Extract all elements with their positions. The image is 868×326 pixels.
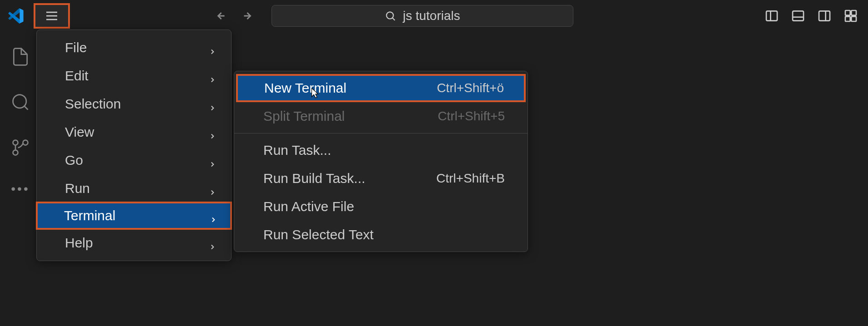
terminal-submenu: New Terminal Ctrl+Shift+ö Split Terminal…: [234, 71, 528, 252]
main-menu: File Edit Selection View Go Run Terminal…: [36, 30, 232, 261]
svg-rect-13: [845, 10, 850, 15]
chevron-right-icon: [208, 184, 217, 193]
menu-item-label: View: [65, 124, 94, 140]
submenu-item-split-terminal: Split Terminal Ctrl+Shift+5: [234, 102, 528, 130]
vscode-logo-icon: [0, 7, 32, 25]
svg-rect-11: [819, 11, 830, 20]
toggle-secondary-sidebar-icon[interactable]: [816, 8, 833, 24]
customize-layout-icon[interactable]: [843, 8, 859, 24]
submenu-item-run-task[interactable]: Run Task...: [234, 136, 528, 164]
search-text: js tutorials: [403, 9, 460, 23]
nav-forward-button[interactable]: [240, 7, 258, 25]
menu-item-run[interactable]: Run: [37, 174, 231, 203]
toggle-panel-icon[interactable]: [790, 8, 806, 24]
menu-item-label: Run: [65, 181, 90, 196]
chevron-right-icon: [208, 128, 217, 136]
titlebar: js tutorials: [0, 0, 868, 32]
svg-rect-16: [851, 16, 856, 21]
explorer-icon[interactable]: [9, 45, 32, 68]
search-icon: [385, 10, 396, 22]
chevron-right-icon: [208, 156, 217, 164]
submenu-item-label: Split Terminal: [263, 109, 345, 124]
submenu-item-label: Run Active File: [263, 199, 354, 214]
menu-item-file[interactable]: File: [37, 34, 231, 62]
submenu-item-run-active-file[interactable]: Run Active File: [234, 193, 528, 221]
activity-bar: •••: [0, 32, 41, 326]
chevron-right-icon: [209, 212, 217, 220]
submenu-shortcut: Ctrl+Shift+B: [436, 171, 505, 186]
menu-item-label: Help: [65, 235, 93, 251]
submenu-item-label: Run Build Task...: [263, 171, 365, 186]
chevron-right-icon: [208, 44, 217, 52]
svg-line-6: [393, 18, 395, 20]
menu-item-view[interactable]: View: [37, 118, 231, 146]
submenu-shortcut: Ctrl+Shift+ö: [437, 81, 504, 95]
menu-item-label: Terminal: [64, 208, 115, 223]
submenu-item-run-selected-text[interactable]: Run Selected Text: [234, 221, 528, 249]
submenu-item-label: Run Selected Text: [263, 227, 374, 242]
chevron-right-icon: [208, 100, 217, 108]
svg-line-18: [25, 106, 28, 109]
submenu-item-label: New Terminal: [264, 80, 346, 96]
source-control-icon[interactable]: [9, 136, 32, 159]
menu-item-terminal[interactable]: Terminal: [36, 202, 232, 230]
submenu-item-run-build-task[interactable]: Run Build Task... Ctrl+Shift+B: [234, 164, 528, 193]
menu-item-go[interactable]: Go: [37, 146, 231, 174]
menu-item-selection[interactable]: Selection: [37, 90, 231, 118]
svg-point-20: [13, 150, 18, 155]
search-box[interactable]: js tutorials: [271, 5, 573, 27]
submenu-separator: [234, 133, 528, 133]
submenu-item-label: Run Task...: [263, 143, 331, 158]
search-activity-icon[interactable]: [9, 91, 32, 114]
submenu-shortcut: Ctrl+Shift+5: [438, 109, 505, 123]
svg-point-17: [13, 95, 26, 108]
svg-rect-9: [793, 11, 804, 20]
hamburger-menu-button[interactable]: [34, 3, 70, 29]
svg-rect-7: [766, 11, 777, 20]
svg-rect-15: [845, 16, 850, 21]
menu-item-label: File: [65, 40, 87, 55]
menu-item-label: Go: [65, 153, 83, 168]
activity-overflow-icon[interactable]: •••: [11, 182, 30, 196]
submenu-item-new-terminal[interactable]: New Terminal Ctrl+Shift+ö: [236, 74, 526, 102]
layout-icons: [764, 8, 859, 24]
menu-item-label: Selection: [65, 96, 121, 112]
menu-item-help[interactable]: Help: [37, 229, 231, 257]
chevron-right-icon: [208, 239, 217, 247]
chevron-right-icon: [208, 72, 217, 80]
svg-rect-14: [851, 10, 856, 15]
svg-point-21: [13, 140, 18, 145]
toggle-primary-sidebar-icon[interactable]: [764, 8, 780, 24]
svg-point-19: [23, 140, 28, 145]
menu-item-label: Edit: [65, 68, 89, 84]
svg-point-5: [387, 12, 394, 19]
nav-arrows: [211, 7, 258, 25]
nav-back-button[interactable]: [211, 7, 229, 25]
menu-item-edit[interactable]: Edit: [37, 62, 231, 90]
